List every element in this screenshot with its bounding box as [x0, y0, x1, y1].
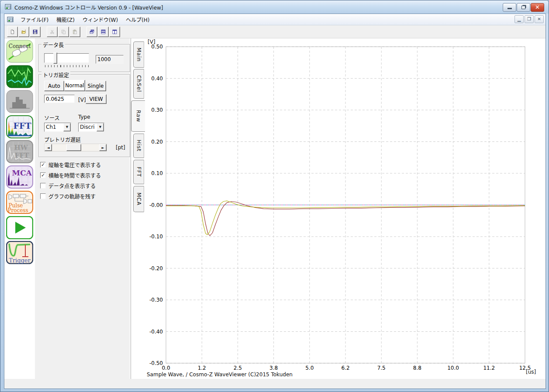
- svg-text:-0.20: -0.20: [149, 265, 163, 272]
- svg-text:6.2: 6.2: [341, 365, 349, 371]
- svg-text:-0.00: -0.00: [149, 202, 163, 208]
- mdi-close-button[interactable]: ✕: [535, 15, 544, 23]
- sidebar-button-mca[interactable]: MCA: [6, 165, 33, 189]
- sidebar-button-pulse-process[interactable]: PulseProcess: [6, 191, 33, 214]
- tab-chsel[interactable]: ChSel: [133, 69, 144, 99]
- minimize-button[interactable]: [503, 3, 516, 12]
- menu-help[interactable]: ヘルプ(H): [122, 14, 153, 25]
- sidebar-button-fft[interactable]: FFT: [6, 115, 33, 138]
- pretrigger-scrollbar[interactable]: ◄ ►: [44, 144, 107, 151]
- checkbox-box[interactable]: [40, 193, 46, 199]
- cut-button[interactable]: [47, 27, 58, 37]
- chart-canvas[interactable]: 0.500.400.300.200.10-0.00-0.10-0.20-0.30…: [145, 38, 546, 379]
- svg-text:0.20: 0.20: [151, 139, 163, 145]
- trigger-settings-group: トリガ設定 Auto Normal Single [V] VIEW ソース Ty…: [38, 74, 130, 157]
- chevron-down-icon[interactable]: ▼: [63, 123, 71, 131]
- checkbox-persist-trace[interactable]: グラフの軌跡を残す: [40, 193, 96, 200]
- waveform-chart[interactable]: 0.500.400.300.200.10-0.00-0.10-0.20-0.30…: [145, 38, 546, 379]
- sidebar-button-hw-fft[interactable]: HWFFT: [6, 140, 33, 163]
- waveview-bg: [7, 65, 33, 88]
- data-length-slider-ticks: [45, 65, 89, 67]
- type-select[interactable]: Discri ▼: [78, 123, 104, 132]
- mdi-minimize-button[interactable]: ▁: [514, 15, 524, 23]
- menu-file[interactable]: ファイル(F): [17, 14, 52, 25]
- tile-vertical-icon: [112, 28, 117, 35]
- view-button[interactable]: VIEW: [86, 94, 107, 104]
- svg-text:2.5: 2.5: [234, 365, 242, 371]
- trigger-mode-normal-button[interactable]: Normal: [64, 80, 85, 91]
- new-file-icon: [10, 28, 15, 35]
- checkbox-voltage-axis[interactable]: ✓ 縦軸を電圧で表示する: [40, 161, 101, 168]
- icon-sidebar: Connect FFT HWFFT MCA PulsePro: [4, 38, 35, 379]
- trigger-mode-single-button[interactable]: Single: [85, 81, 106, 91]
- trigger-level-input[interactable]: [44, 95, 75, 103]
- menu-window[interactable]: ウィンドウ(W): [79, 14, 122, 25]
- checkbox-box[interactable]: ✓: [40, 162, 46, 168]
- pretrigger-unit-label: [pt]: [116, 144, 125, 151]
- save-floppy-icon: [33, 28, 38, 35]
- data-length-group: データ長: [38, 44, 130, 72]
- svg-text:-0.50: -0.50: [149, 360, 163, 366]
- checkbox-label: グラフの軌跡を残す: [48, 193, 96, 200]
- cascade-windows-button[interactable]: [86, 27, 97, 37]
- restore-button[interactable]: [517, 3, 530, 12]
- type-select-value: Discri: [80, 124, 95, 130]
- tab-main[interactable]: Main: [133, 41, 144, 68]
- trigger-mode-auto-button[interactable]: Auto: [44, 81, 64, 91]
- mca-label: MCA: [12, 168, 32, 177]
- paste-button[interactable]: [69, 27, 80, 37]
- copy-button[interactable]: [58, 27, 69, 37]
- scroll-left-icon[interactable]: ◄: [45, 144, 52, 151]
- tab-raw[interactable]: Raw: [131, 100, 145, 132]
- svg-text:8.8: 8.8: [413, 365, 421, 371]
- source-select[interactable]: Ch1 ▼: [44, 123, 71, 132]
- toolbar: [4, 25, 546, 38]
- x-axis-unit-label: [us]: [526, 369, 536, 375]
- data-length-slider-thumb[interactable]: [53, 52, 57, 64]
- menu-bar: ファイル(F) 機能(Z) ウィンドウ(W) ヘルプ(H) ▁ ❐ ✕: [4, 14, 546, 25]
- tile-vertical-button[interactable]: [109, 27, 120, 37]
- checkbox-box[interactable]: ✓: [40, 172, 46, 178]
- sidebar-button-run[interactable]: [6, 216, 33, 239]
- sidebar-button-trigger[interactable]: Trigger: [6, 241, 33, 264]
- menu-function[interactable]: 機能(Z): [52, 14, 79, 25]
- checkbox-show-points[interactable]: データ点を表示する: [40, 182, 96, 189]
- svg-text:0.40: 0.40: [151, 76, 163, 82]
- hw-fft-label-1: HW: [14, 144, 28, 151]
- cascade-windows-icon: [90, 28, 94, 35]
- tile-horizontal-button[interactable]: [98, 27, 109, 37]
- scroll-right-icon[interactable]: ►: [99, 144, 107, 151]
- tab-raw-label: Raw: [135, 110, 142, 122]
- data-length-input[interactable]: [96, 55, 124, 64]
- checkbox-time-axis[interactable]: ✓ 横軸を時間で表示する: [40, 172, 101, 179]
- mdi-restore-button[interactable]: ❐: [525, 15, 534, 23]
- app-window: Cosmo-Z Windows コントロール Version 0.9 - [Wa…: [0, 0, 549, 392]
- copy-icon: [61, 28, 66, 35]
- y-axis-unit-label: [V]: [148, 39, 155, 45]
- type-label: Type: [78, 114, 90, 120]
- mdi-child-icon[interactable]: [7, 16, 14, 23]
- open-folder-icon: [21, 28, 26, 35]
- checkbox-box[interactable]: [40, 183, 46, 189]
- app-icon: [5, 3, 12, 10]
- sidebar-button-waveview[interactable]: [6, 65, 33, 88]
- tab-hist[interactable]: Hist: [133, 134, 144, 158]
- close-button[interactable]: ✕: [531, 3, 544, 12]
- data-length-slider-track[interactable]: [44, 53, 89, 63]
- tab-fft[interactable]: FFT: [133, 160, 144, 184]
- checkbox-label: 縦軸を電圧で表示する: [48, 161, 101, 168]
- chevron-down-icon[interactable]: ▼: [97, 123, 104, 131]
- svg-text:-0.10: -0.10: [149, 234, 163, 240]
- svg-text:0.0: 0.0: [162, 365, 170, 371]
- sidebar-button-histogram[interactable]: [6, 90, 33, 113]
- cut-scissors-icon: [50, 28, 55, 35]
- title-bar[interactable]: Cosmo-Z Windows コントロール Version 0.9 - [Wa…: [0, 0, 549, 14]
- tab-mca[interactable]: MCA: [133, 186, 144, 212]
- tab-fft-label: FFT: [136, 167, 142, 177]
- tab-hist-label: Hist: [136, 140, 142, 151]
- new-button[interactable]: [7, 27, 18, 37]
- sidebar-button-connect[interactable]: Connect: [6, 40, 33, 63]
- pretrigger-scroll-thumb[interactable]: [66, 144, 81, 151]
- open-button[interactable]: [18, 27, 29, 37]
- save-button[interactable]: [30, 27, 41, 37]
